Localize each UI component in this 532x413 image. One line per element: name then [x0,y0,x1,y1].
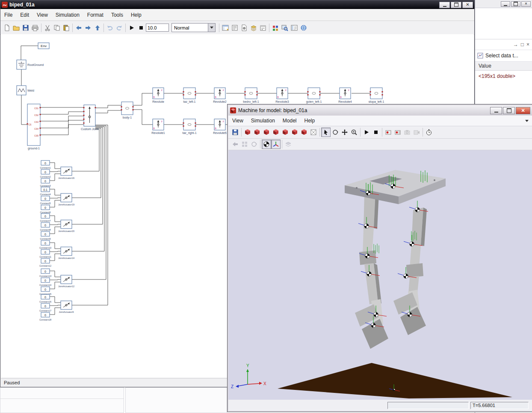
help-globe-icon[interactable] [299,23,308,33]
view-left-icon[interactable] [271,128,281,137]
block-constant[interactable]: 0Constant15 [39,287,51,295]
block-constant[interactable]: 0Constant9 [40,232,50,240]
machine-titlebar[interactable]: Machine for model: biped_01a ✕ [228,105,532,116]
value-column-header[interactable]: Value [475,62,532,71]
3d-viewport[interactable]: Y X Z [228,150,532,400]
block-constant[interactable]: 0Constant12 [39,258,51,267]
view-bottom-icon[interactable] [299,128,309,137]
close-button[interactable]: ✕ [516,107,530,114]
calendar-icon[interactable] [258,23,268,33]
block-constant[interactable]: 0Constant1 [40,160,50,169]
open-model-icon[interactable] [12,23,21,33]
close-button[interactable]: ✕ [462,2,473,8]
close-button[interactable]: × [521,1,531,7]
stopwatch-icon[interactable] [424,128,434,137]
stop-animation-icon[interactable] [371,128,381,137]
snapshot-icon[interactable] [402,128,412,137]
view-iso-icon[interactable] [243,128,252,137]
simulink-titlebar[interactable]: biped_01a ✕ [0,0,474,9]
menu-file[interactable]: File [0,12,16,18]
block-constant[interactable]: 0Constant18 [39,312,51,321]
block-weld[interactable]: Weld [17,86,34,95]
menu-help[interactable]: Help [127,12,145,18]
start-simulation-icon[interactable] [127,23,136,33]
maximize-button[interactable] [503,107,515,114]
menu-format[interactable]: Format [83,12,107,18]
sim-mode-select[interactable]: Normal [171,23,216,32]
block-golen_l[interactable]: golen_left-1 [306,88,322,104]
block-rev3[interactable]: Revolute3BF [275,88,289,103]
pan-icon[interactable] [340,128,349,137]
block-constant[interactable]: 0Constant17 [39,303,51,312]
block-constant[interactable]: 0Constant2 [40,169,50,178]
code-generation-icon[interactable] [239,23,249,33]
panel-close-icon[interactable]: × [526,42,529,48]
select-arrow-icon[interactable] [321,128,331,137]
block-rev5[interactable]: Revolute5BF [213,119,227,134]
menu-view[interactable]: View [33,12,52,18]
block-joint-actuator[interactable]: JointActuator14 [58,247,74,259]
view-top-icon[interactable] [290,128,299,137]
block-constant[interactable]: 0Constant16 [39,294,51,303]
menu-tools[interactable]: Tools [107,12,127,18]
maximize-button[interactable] [511,1,520,7]
block-joint-actuator[interactable]: JointActuator16 [58,167,74,179]
surface-display-icon[interactable] [284,140,293,149]
find-icon[interactable] [280,23,290,33]
print-icon[interactable] [30,23,40,33]
layers-icon[interactable] [249,23,258,33]
block-body1[interactable]: body-1 [121,102,134,119]
view-front-icon[interactable] [252,128,262,137]
block-constant[interactable]: 0Constant8 [40,223,50,231]
ellipsoid-display-icon[interactable] [262,140,271,149]
prev-view-icon[interactable] [231,140,240,149]
value-cell[interactable]: <195x1 double> [475,71,532,82]
block-env[interactable]: Env [38,43,49,49]
menu-edit[interactable]: Edit [16,12,33,18]
save-icon[interactable] [21,23,30,33]
menu-simulation[interactable]: Simulation [52,12,83,18]
sim-stop-time-input[interactable] [146,24,169,32]
model-browser-icon[interactable] [290,23,299,33]
frame-triad-icon[interactable] [271,140,281,149]
back-icon[interactable] [74,23,83,33]
block-taz_r[interactable]: taz_right-1 [182,119,196,135]
menu-model[interactable]: Model [279,118,301,124]
block-joint-actuator[interactable]: JointActuator19 [58,193,74,206]
copy-icon[interactable] [52,23,62,33]
new-model-icon[interactable] [2,23,12,33]
block-constant[interactable]: 0Constant5 [40,196,50,205]
record-icon[interactable] [384,128,393,137]
block-constant[interactable]: 0Constant13 [39,269,51,277]
menu-view[interactable]: View [228,118,247,124]
cut-icon[interactable] [43,23,52,33]
orbit-icon[interactable] [331,128,340,137]
rotate-view-icon[interactable] [249,140,259,149]
block-rootground[interactable]: RootGround [17,60,44,69]
fit-to-view-icon[interactable] [309,128,318,137]
library-browser-icon[interactable] [271,23,280,33]
menu-simulation[interactable]: Simulation [247,118,279,124]
block-constant[interactable]: 0Constant10 [39,241,51,249]
dock-icon[interactable]: → [513,42,518,48]
stop-simulation-icon[interactable] [136,23,146,33]
menu-help[interactable]: Help [301,118,319,124]
minimize-button[interactable] [501,1,510,7]
forward-icon[interactable] [83,23,93,33]
block-rev4[interactable]: Revolute4BF [338,88,352,103]
minimize-button[interactable] [439,2,450,8]
undo-icon[interactable] [105,23,115,33]
block-constant[interactable]: 0.1Constant4 [40,187,50,196]
view-right-icon[interactable] [281,128,290,137]
block-bedro_l[interactable]: bedro_left-1 [243,88,259,104]
paste-icon[interactable] [62,23,71,33]
block-constant[interactable]: 0Constant11 [39,250,51,258]
block-taz_l[interactable]: taz_left-1 [183,88,196,104]
model-explorer-icon[interactable] [221,23,230,33]
view-back-icon[interactable] [262,128,271,137]
block-constant[interactable]: 0Constant6 [40,205,50,214]
block-joint-actuator[interactable]: JointActuator20 [58,220,74,232]
block-constant[interactable]: 0Constant7 [40,214,50,222]
minimize-button[interactable] [490,107,502,114]
zoom-icon[interactable] [349,128,359,137]
